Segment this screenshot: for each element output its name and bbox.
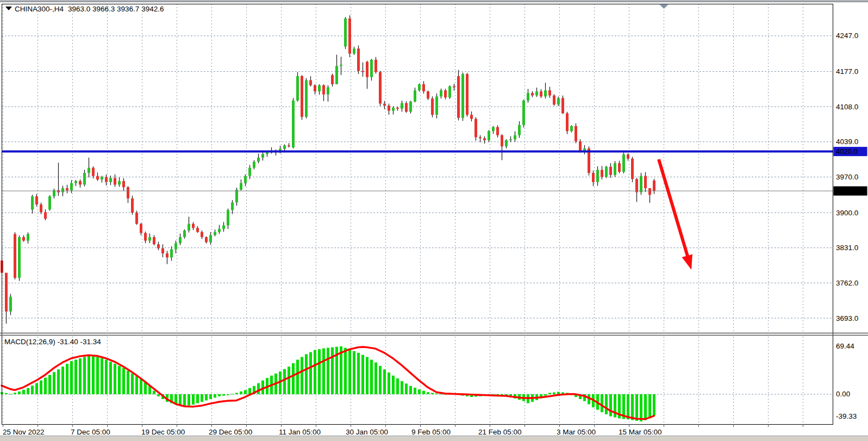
macd-histogram-bar <box>83 357 86 394</box>
ohlc-readout: 3963.0 3966.3 3936.7 3942.6 <box>68 5 164 13</box>
macd-histogram-bar <box>605 394 608 414</box>
candle-body <box>31 196 34 209</box>
macd-histogram-bar <box>353 351 355 394</box>
candle-body <box>561 98 564 113</box>
macd-histogram-bar <box>331 347 334 394</box>
candle-body <box>527 93 529 101</box>
candle-body <box>22 237 25 241</box>
macd-histogram-bar <box>396 378 399 394</box>
time-axis-label: 30 Jan 05:00 <box>346 428 388 436</box>
candle-body <box>161 249 164 253</box>
candle-body <box>144 233 147 241</box>
macd-histogram-bar <box>196 394 199 403</box>
price-axis-label: 3831.0 <box>836 244 858 252</box>
candle-body <box>566 113 569 131</box>
candle-body <box>322 85 325 95</box>
macd-histogram-bar <box>635 394 638 421</box>
macd-histogram-bar <box>296 360 299 395</box>
macd-histogram-bar <box>361 355 364 394</box>
price-axis-label: 4108.0 <box>836 103 858 111</box>
macd-histogram-bar <box>9 394 12 394</box>
candle-body <box>118 181 121 185</box>
macd-histogram-bar <box>388 372 390 394</box>
price-axis-label: 4247.0 <box>836 32 858 40</box>
macd-histogram-bar <box>79 358 82 394</box>
price-tag-4020[interactable]: 4020.0 <box>834 147 867 156</box>
candle-body <box>231 202 234 210</box>
macd-histogram-bar <box>109 362 112 394</box>
macd-histogram-bar <box>144 382 147 394</box>
candle-body <box>253 162 255 167</box>
macd-axis-zero: 0.00 <box>836 390 850 398</box>
candle-body <box>522 101 525 125</box>
macd-histogram-bar <box>96 357 99 394</box>
candle-body <box>157 244 160 248</box>
time-axis-label: 19 Dec 05:00 <box>141 428 185 436</box>
candle-body <box>227 210 229 225</box>
macd-histogram-bar <box>422 391 425 394</box>
macd-histogram-bar <box>240 392 242 394</box>
macd-histogram-bar <box>5 393 8 394</box>
macd-histogram-bar <box>218 394 221 396</box>
candle-body <box>179 237 182 243</box>
macd-histogram-bar <box>44 378 47 394</box>
candle-body <box>405 103 408 112</box>
candle-body <box>248 168 251 176</box>
candle-body <box>40 204 42 212</box>
candle-body <box>361 71 364 72</box>
macd-histogram-bar <box>548 393 551 394</box>
macd-histogram-bar <box>374 363 377 394</box>
macd-histogram-bar <box>231 394 234 394</box>
macd-histogram-bar <box>305 354 308 394</box>
candle-body <box>240 183 242 190</box>
candle-body <box>35 196 38 204</box>
candle-body <box>605 167 608 177</box>
candle-body <box>135 213 138 224</box>
macd-histogram-bar <box>357 353 360 394</box>
candle-body <box>479 137 482 138</box>
candle-body <box>335 66 338 84</box>
macd-histogram-bar <box>209 394 212 399</box>
candle-body <box>14 234 16 278</box>
macd-histogram-bar <box>379 366 382 394</box>
candle-body <box>66 188 68 190</box>
price-axis-label: 3900.0 <box>836 209 858 217</box>
macd-histogram-bar <box>27 388 29 394</box>
macd-histogram-bar <box>140 379 142 394</box>
macd-histogram-bar <box>14 393 16 394</box>
time-axis-label: 15 Mar 05:00 <box>619 428 662 436</box>
candle-body <box>466 74 469 115</box>
candle-body <box>618 163 621 172</box>
candle-body <box>414 90 416 102</box>
candle-body <box>70 183 73 190</box>
time-axis-label: 25 Nov 2022 <box>3 428 45 436</box>
candle-body <box>431 98 434 115</box>
candle-body <box>114 178 116 184</box>
time-axis-label: 3 Mar 05:00 <box>557 428 596 436</box>
chart-background <box>0 0 868 441</box>
candle-body <box>640 176 642 192</box>
candle-body <box>514 135 516 139</box>
candle-body <box>448 86 451 98</box>
candle-body <box>109 178 112 182</box>
candle-body <box>474 119 477 138</box>
candle-body <box>205 237 208 242</box>
candle-body <box>509 139 512 140</box>
macd-histogram-bar <box>57 369 60 394</box>
candle-body <box>222 225 225 229</box>
candle-body <box>61 188 64 192</box>
candle-body <box>153 237 155 244</box>
chart-canvas[interactable]: 4247.04177.04108.04039.03970.03900.03831… <box>0 0 868 441</box>
candle-body <box>648 188 651 195</box>
candle-body <box>340 65 342 66</box>
macd-histogram-bar <box>70 361 73 394</box>
price-axis-label: 4177.0 <box>836 67 858 76</box>
candle-body <box>579 141 582 152</box>
candle-body <box>435 96 438 115</box>
macd-histogram-bar <box>653 394 655 416</box>
macd-histogram-bar <box>366 357 369 394</box>
candle-body <box>266 152 268 154</box>
candle-body <box>370 60 373 77</box>
candle-body <box>392 108 395 111</box>
macd-histogram-bar <box>414 388 416 394</box>
